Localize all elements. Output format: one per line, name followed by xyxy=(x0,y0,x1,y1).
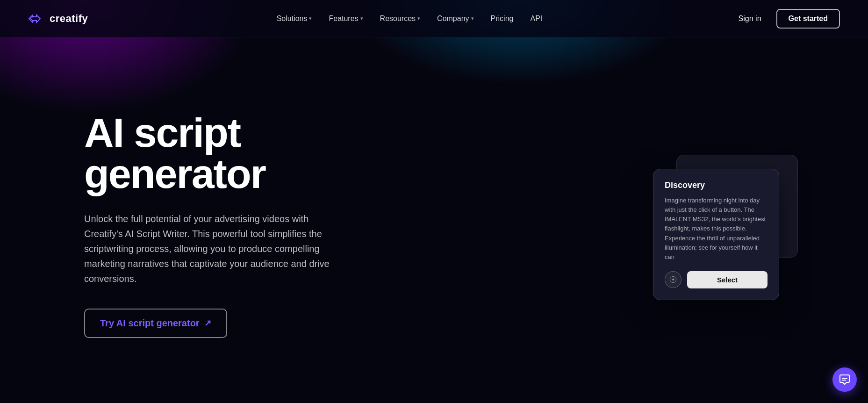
hero-left: AI script generator Unlock the full pote… xyxy=(84,112,346,338)
nav-item-resources[interactable]: Resources ▾ xyxy=(373,11,427,27)
nav-item-company[interactable]: Company ▾ xyxy=(430,11,480,27)
logo-icon xyxy=(28,12,45,25)
nav-right: Sign in Get started xyxy=(731,9,840,29)
edit-icon xyxy=(669,276,677,283)
try-ai-script-button[interactable]: Try AI script generator ↗ xyxy=(84,309,227,338)
nav-item-api[interactable]: API xyxy=(524,11,549,27)
chat-bubble-button[interactable] xyxy=(832,367,857,392)
nav-item-solutions[interactable]: Solutions ▾ xyxy=(270,11,319,27)
edit-icon-button[interactable] xyxy=(665,271,681,288)
chevron-down-icon: ▾ xyxy=(471,15,474,22)
nav-item-features[interactable]: Features ▾ xyxy=(322,11,369,27)
hero-title: AI script generator xyxy=(84,112,346,194)
sign-in-button[interactable]: Sign in xyxy=(731,11,769,27)
logo-text: creatify xyxy=(50,13,88,25)
arrow-icon: ↗ xyxy=(204,318,211,328)
card-footer: Select xyxy=(665,271,768,288)
navbar: creatify Solutions ▾ Features ▾ Resource… xyxy=(0,0,868,37)
script-card: Discovery Imagine transforming night int… xyxy=(653,169,779,300)
card-select-button[interactable]: Select xyxy=(687,271,768,288)
chevron-down-icon: ▾ xyxy=(417,15,420,22)
card-title: Discovery xyxy=(665,180,768,190)
nav-item-pricing[interactable]: Pricing xyxy=(484,11,520,27)
chat-icon xyxy=(839,374,850,385)
get-started-button[interactable]: Get started xyxy=(776,9,840,29)
hero-description: Unlock the full potential of your advert… xyxy=(84,211,346,286)
chevron-down-icon: ▾ xyxy=(309,15,312,22)
hero-right: Discovery Imagine transforming night int… xyxy=(653,155,812,295)
card-body: Imagine transforming night into day with… xyxy=(665,196,768,262)
logo-link[interactable]: creatify xyxy=(28,12,88,25)
main-content: AI script generator Unlock the full pote… xyxy=(0,37,868,403)
nav-center: Solutions ▾ Features ▾ Resources ▾ Compa… xyxy=(270,11,549,27)
chevron-down-icon: ▾ xyxy=(360,15,363,22)
